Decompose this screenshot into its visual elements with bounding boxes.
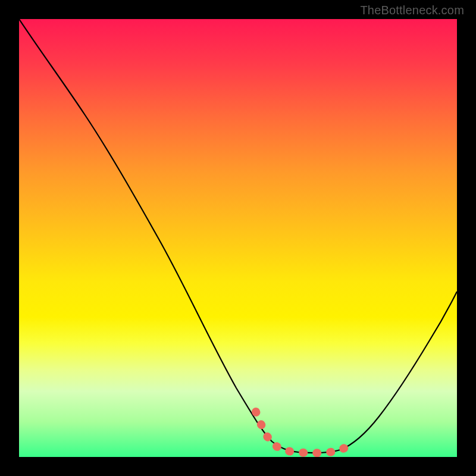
- plot-area: [19, 19, 457, 457]
- chart-svg: [19, 19, 457, 457]
- watermark-text: TheBottleneck.com: [360, 4, 464, 17]
- bottleneck-curve: [19, 19, 457, 453]
- outer-frame: TheBottleneck.com: [0, 0, 476, 476]
- highlight-segment: [256, 412, 353, 453]
